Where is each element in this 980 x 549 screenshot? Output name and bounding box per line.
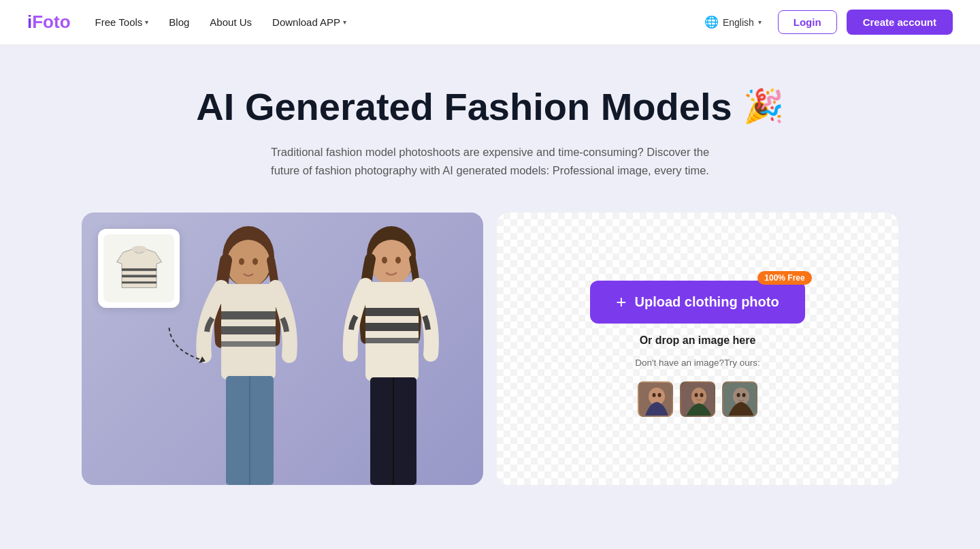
- svg-rect-19: [365, 282, 419, 381]
- login-button[interactable]: Login: [778, 10, 837, 34]
- left-demo-panel: [82, 213, 483, 485]
- party-emoji: 🎉: [743, 89, 784, 125]
- sample-thumb-2[interactable]: [680, 381, 715, 417]
- logo-foto: Foto: [32, 12, 70, 32]
- drop-text: Or drop an image here: [640, 334, 756, 347]
- upload-clothing-button[interactable]: + Upload clothing photo: [590, 281, 804, 324]
- svg-point-27: [653, 393, 656, 397]
- panels-container: 100% Free + Upload clothing photo Or dro…: [82, 213, 898, 485]
- nav-blog[interactable]: Blog: [169, 16, 189, 28]
- try-sample-label: Don't have an image?Try ours:: [635, 358, 760, 368]
- hero-subtitle: Traditional fashion model photoshoots ar…: [259, 143, 721, 180]
- create-account-button[interactable]: Create account: [847, 10, 953, 35]
- header: iFoto Free Tools ▾ Blog About Us Downloa…: [0, 0, 980, 45]
- nav-download-app[interactable]: Download APP ▾: [272, 16, 346, 28]
- logo[interactable]: iFoto: [27, 12, 71, 33]
- model-right: [320, 219, 463, 485]
- clothing-thumbnail: [98, 229, 180, 308]
- nav: Free Tools ▾ Blog About Us Download APP …: [95, 16, 347, 28]
- nav-about-us[interactable]: About Us: [210, 16, 252, 28]
- svg-rect-20: [365, 308, 419, 316]
- svg-point-37: [742, 393, 746, 397]
- sample-face-3-svg: [723, 383, 757, 417]
- main-content: AI Generated Fashion Models 🎉 Traditiona…: [0, 45, 980, 549]
- svg-point-32: [695, 393, 698, 397]
- sample-thumbnails: [638, 381, 757, 417]
- svg-point-7: [239, 258, 244, 265]
- svg-rect-10: [221, 311, 276, 319]
- svg-point-6: [227, 240, 270, 287]
- header-left: iFoto Free Tools ▾ Blog About Us Downloa…: [27, 12, 346, 33]
- svg-rect-11: [221, 326, 276, 334]
- plus-icon: +: [616, 292, 626, 313]
- nav-free-tools[interactable]: Free Tools ▾: [95, 16, 149, 28]
- chevron-down-icon: ▾: [758, 18, 762, 26]
- free-badge: 100% Free: [757, 271, 811, 285]
- model-right-svg: [320, 219, 463, 485]
- svg-point-8: [252, 258, 258, 265]
- globe-icon: 🌐: [704, 15, 719, 29]
- sample-face-2-svg: [681, 383, 715, 417]
- svg-point-18: [395, 257, 401, 264]
- header-right: 🌐 English ▾ Login Create account: [698, 10, 953, 35]
- svg-point-16: [370, 240, 412, 285]
- sample-thumb-3[interactable]: [722, 381, 757, 417]
- sweater-icon: [110, 241, 168, 296]
- svg-point-28: [658, 393, 662, 397]
- sample-face-1-svg: [639, 383, 673, 417]
- upload-panel: 100% Free + Upload clothing photo Or dro…: [497, 213, 898, 485]
- svg-rect-12: [221, 341, 276, 347]
- upload-button-wrapper: 100% Free + Upload clothing photo: [590, 281, 804, 324]
- hero-title: AI Generated Fashion Models 🎉: [196, 86, 783, 128]
- svg-point-17: [382, 257, 387, 264]
- language-selector[interactable]: 🌐 English ▾: [698, 11, 768, 33]
- svg-marker-4: [199, 356, 206, 365]
- svg-point-3: [131, 246, 147, 252]
- svg-rect-21: [365, 323, 419, 331]
- chevron-down-icon: ▾: [343, 18, 346, 26]
- svg-rect-22: [365, 338, 419, 343]
- svg-point-36: [737, 393, 740, 397]
- svg-point-31: [691, 388, 706, 405]
- sweater-preview: [103, 234, 174, 302]
- svg-point-33: [700, 393, 704, 397]
- upload-content: 100% Free + Upload clothing photo Or dro…: [590, 281, 804, 417]
- chevron-down-icon: ▾: [145, 18, 148, 26]
- sample-thumb-1[interactable]: [638, 381, 673, 417]
